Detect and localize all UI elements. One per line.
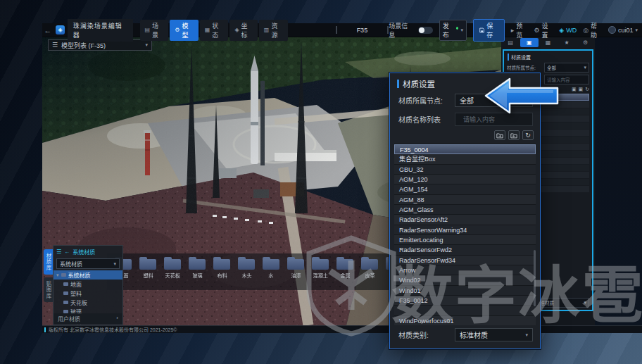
save-button[interactable]: 保存: [473, 19, 505, 42]
chevron-down-icon: ▾: [460, 27, 463, 33]
tree-root-system-materials[interactable]: ▾ 系统材质: [54, 270, 122, 280]
material-list-item[interactable]: RadarSensorFwd34: [394, 256, 536, 265]
tab-texture-library[interactable]: 贴图库: [44, 277, 53, 303]
folder-icon: [312, 259, 329, 270]
status-dot: [456, 27, 459, 30]
tree-item[interactable]: 天花板: [54, 298, 122, 307]
category-dropdown[interactable]: 标准材质▾: [533, 298, 589, 308]
chevron-down-icon: ▾: [525, 332, 528, 338]
asset-folder[interactable]: 混凝土: [311, 257, 329, 279]
asset-folder[interactable]: 油漆: [287, 257, 305, 279]
panel-title: 材质设置: [397, 78, 435, 89]
folder-icon: [63, 301, 68, 304]
scene-title: F35: [357, 27, 368, 34]
import-material-button[interactable]: [494, 130, 505, 140]
user-menu[interactable]: cui01▾: [608, 26, 638, 34]
asset-folder[interactable]: 木头: [237, 257, 256, 279]
tab-coordinates[interactable]: ◈坐标: [229, 20, 257, 41]
tree-item[interactable]: 地面: [54, 280, 122, 289]
material-list-item[interactable]: GBU_32: [394, 165, 536, 175]
material-list-item[interactable]: RadarSensorWarning34: [394, 225, 536, 235]
asset-folder[interactable]: 金属: [336, 257, 354, 279]
preview-icon: ▸: [511, 27, 515, 34]
help-button[interactable]: ◎帮助: [583, 21, 602, 39]
titlebar: ← ◈ 珠澜染场景编辑器 ▤场景 ⚙模型 ▦状态 ◈坐标 ▥资源 F35 场景信…: [42, 23, 642, 37]
resources-icon: ▥: [264, 27, 270, 33]
model-list-label: 模型列表 (F-35): [61, 41, 106, 50]
folder-icon: [213, 259, 230, 270]
preview-button[interactable]: ▸预览: [511, 21, 528, 39]
tab-resources[interactable]: ▥资源: [259, 20, 288, 41]
folder-icon: [336, 259, 353, 270]
export-material-button[interactable]: [508, 130, 520, 140]
asset-folder[interactable]: 布料: [213, 257, 231, 279]
asset-folder[interactable]: 天花板: [163, 257, 182, 279]
folder-icon: [189, 259, 206, 270]
asset-folder[interactable]: 皮革: [360, 257, 379, 279]
chevron-right-icon: ›: [116, 315, 118, 322]
material-list-item[interactable]: AGM_120: [394, 175, 536, 184]
user-materials-item[interactable]: 用户材质 ›: [54, 313, 122, 324]
collab-button[interactable]: ◈WD: [559, 27, 577, 34]
material-list-item[interactable]: 集合显控Box: [394, 154, 536, 164]
material-list-item[interactable]: Wind02: [394, 275, 536, 285]
material-list-item[interactable]: AGM_88: [394, 195, 536, 205]
accent-bar: [397, 80, 399, 88]
model-icon: ⚙: [175, 27, 180, 33]
asset-folder[interactable]: 水: [262, 257, 280, 279]
tab-scene[interactable]: ▤场景: [140, 20, 169, 41]
material-list-item[interactable]: RadarSensorAft2: [394, 215, 536, 225]
folder-icon: [139, 259, 156, 270]
gear-icon: ⚙: [534, 27, 539, 34]
dock-empty-area: [595, 37, 642, 325]
material-list-item[interactable]: RadarSensorFwd2: [394, 245, 536, 255]
publish-dropdown[interactable]: 发布▾: [439, 20, 467, 41]
material-list-item-selected[interactable]: F35_0004: [394, 144, 536, 154]
folder-icon: [287, 259, 304, 270]
library-dropdown[interactable]: 系统材质 ▾: [56, 258, 120, 269]
hamburger-icon[interactable]: ☰: [56, 249, 61, 255]
hamburger-icon: ☰: [52, 42, 58, 49]
back-icon[interactable]: ←: [42, 26, 53, 34]
app-logo-icon: ◈: [56, 25, 64, 34]
material-list-item[interactable]: AGM_154: [394, 184, 536, 194]
back-icon[interactable]: ←: [64, 249, 70, 255]
scene-info-label: 场景信息: [389, 21, 412, 39]
folder-icon: [61, 273, 66, 277]
category-dropdown[interactable]: 标准材质 ▾: [455, 328, 533, 341]
app-title: 珠澜染场景编辑器: [68, 19, 133, 42]
search-input[interactable]: [462, 115, 532, 124]
callout-arrow: [483, 76, 559, 115]
scrollbar[interactable]: [534, 250, 536, 306]
status-icon: ▦: [205, 27, 210, 33]
asset-folder[interactable]: 塑料: [139, 257, 157, 279]
node-label: 材质所属节点:: [398, 95, 443, 106]
material-list: F35_0004 集合显控Box GBU_32 AGM_120 AGM_154 …: [394, 144, 536, 325]
import-icon[interactable]: ▣: [572, 87, 577, 92]
folder-icon: [164, 259, 181, 270]
tree-item[interactable]: 塑料: [54, 289, 122, 298]
refresh-button[interactable]: ↻: [522, 130, 534, 140]
scene-info-toggle[interactable]: [418, 27, 432, 34]
tab-material-library[interactable]: 材质库: [44, 249, 53, 275]
material-list-item[interactable]: [394, 306, 536, 315]
material-list-item[interactable]: WindPowerfocus01: [394, 316, 536, 325]
material-list-item[interactable]: EmitterLocating: [394, 235, 536, 245]
tab-model[interactable]: ⚙模型: [170, 20, 198, 41]
settings-button[interactable]: ⚙设置: [534, 21, 553, 39]
asset-folder[interactable]: 玻璃: [188, 257, 206, 279]
material-list-item[interactable]: F35_0012: [394, 296, 536, 306]
export-icon[interactable]: ▣: [579, 87, 584, 92]
material-list-item[interactable]: Wind01: [394, 286, 536, 296]
node-dropdown[interactable]: 全部▾: [544, 63, 589, 73]
material-list-item[interactable]: AGM_Glass: [394, 205, 536, 215]
chevron-down-icon: ▾: [113, 261, 116, 267]
accent-bar: [44, 327, 46, 332]
screen: ☰ 模型列表 (F-35) ▾ 地面 塑料 天花板 玻璃 布料 木头 水 油漆 …: [0, 0, 642, 364]
folder-icon: [263, 259, 279, 270]
tab-status[interactable]: ▦状态: [200, 20, 229, 41]
coordinates-icon: ◈: [234, 27, 239, 33]
folder-icon: [361, 259, 378, 270]
material-list-item[interactable]: Arrow: [394, 265, 536, 275]
refresh-icon[interactable]: ↻: [585, 87, 589, 92]
